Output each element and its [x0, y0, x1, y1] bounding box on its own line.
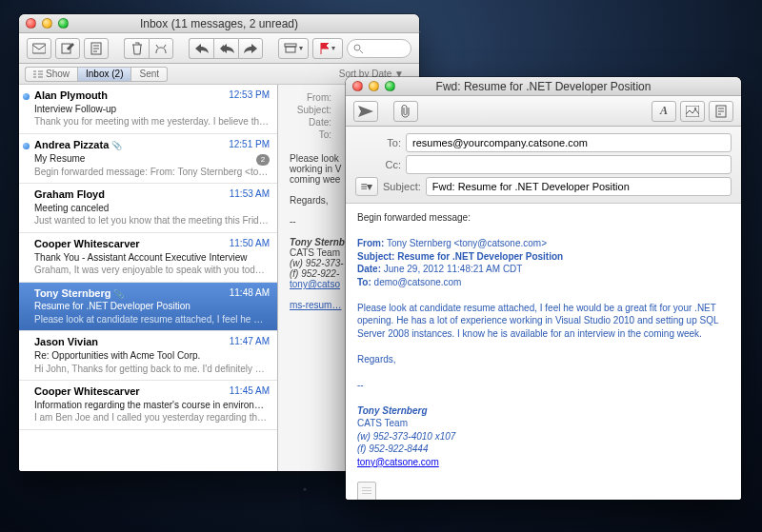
- sig-email-link[interactable]: tony@catsone.com: [357, 457, 439, 467]
- message-item[interactable]: Andrea Pizzata📎12:51 PMMy Resume2Begin f…: [19, 134, 277, 184]
- subject-label: Subject:: [383, 181, 421, 192]
- search-field[interactable]: [347, 39, 411, 58]
- inbox-toolbar: ▾ ▾: [19, 33, 419, 64]
- attachment-icon: 📎: [111, 141, 122, 150]
- svg-rect-0: [32, 44, 46, 53]
- search-icon: [353, 44, 363, 53]
- message-item[interactable]: Cooper Whitescarver11:50 AMThank You - A…: [19, 233, 277, 283]
- compose-body[interactable]: Begin forwarded message: From: Tony Ster…: [346, 204, 741, 500]
- cc-row: Cc:: [355, 155, 732, 174]
- fonts-button[interactable]: A: [652, 101, 676, 122]
- flag-button[interactable]: ▾: [312, 38, 343, 59]
- to-row: To:: [355, 133, 732, 152]
- to-field[interactable]: [406, 133, 732, 152]
- photo-browser-button[interactable]: [680, 101, 705, 122]
- window-controls: [26, 18, 69, 29]
- compose-toolbar: A: [346, 96, 741, 127]
- tab-sent[interactable]: Sent: [131, 67, 168, 82]
- tab-inbox[interactable]: Inbox (2): [77, 67, 131, 82]
- svg-point-5: [354, 45, 360, 50]
- junk-button[interactable]: [149, 38, 173, 59]
- cc-label: Cc:: [355, 159, 401, 170]
- message-item[interactable]: Tony Sternberg📎11:48 AMResume for .NET D…: [19, 283, 277, 332]
- to-label: To:: [355, 137, 401, 148]
- message-item[interactable]: Jason Vivian11:47 AMRe: Opportunities wi…: [19, 331, 277, 381]
- compose-button[interactable]: [55, 38, 80, 59]
- minimize-button[interactable]: [42, 18, 52, 29]
- attachment-icon: 📎: [113, 289, 124, 299]
- cc-field[interactable]: [406, 155, 732, 174]
- delete-button[interactable]: [124, 38, 149, 59]
- tab-show[interactable]: Show: [25, 67, 77, 82]
- message-item[interactable]: Alan Plymouth12:53 PMInterview Follow-up…: [19, 85, 277, 134]
- message-item[interactable]: Cooper Whitescarver11:45 AMInformation r…: [19, 381, 277, 430]
- delete-junk-group: [124, 38, 173, 59]
- reply-group: [189, 38, 263, 59]
- subject-field[interactable]: [426, 177, 732, 196]
- reply-all-button[interactable]: [213, 38, 238, 59]
- compose-window: Fwd: Resume for .NET Developer Position …: [346, 77, 741, 500]
- get-mail-button[interactable]: [27, 38, 51, 59]
- svg-point-7: [694, 108, 696, 109]
- compose-header: To: Cc: ≡▾ Subject:: [346, 127, 741, 204]
- window-controls: [352, 81, 395, 91]
- thread-badge: 2: [256, 154, 270, 166]
- file-icon: [357, 482, 376, 501]
- close-button[interactable]: [26, 18, 36, 29]
- header-options-button[interactable]: ≡▾: [355, 177, 378, 196]
- inbox-titlebar: Inbox (11 messages, 2 unread): [19, 14, 419, 33]
- send-button[interactable]: [353, 101, 378, 122]
- stationery-button[interactable]: [709, 101, 733, 122]
- inbox-title: Inbox (11 messages, 2 unread): [140, 17, 298, 30]
- close-button[interactable]: [352, 81, 363, 91]
- compose-titlebar: Fwd: Resume for .NET Developer Position: [346, 77, 741, 96]
- attach-button[interactable]: [393, 101, 418, 122]
- forward-button[interactable]: [238, 38, 263, 59]
- zoom-button[interactable]: [385, 81, 395, 91]
- message-list[interactable]: Alan Plymouth12:53 PMInterview Follow-up…: [19, 85, 278, 471]
- compose-title: Fwd: Resume for .NET Developer Position: [436, 80, 652, 93]
- svg-rect-4: [286, 47, 295, 52]
- attachment[interactable]: ms-resume…ent.txt (3 KB): [357, 482, 730, 501]
- reply-button[interactable]: [189, 38, 213, 59]
- minimize-button[interactable]: [369, 81, 379, 91]
- zoom-button[interactable]: [58, 18, 69, 29]
- note-button[interactable]: [84, 38, 109, 59]
- subject-row: ≡▾ Subject:: [355, 177, 732, 196]
- move-button[interactable]: ▾: [278, 38, 309, 59]
- message-item[interactable]: Graham Floyd11:53 AMMeeting canceledJust…: [19, 184, 277, 233]
